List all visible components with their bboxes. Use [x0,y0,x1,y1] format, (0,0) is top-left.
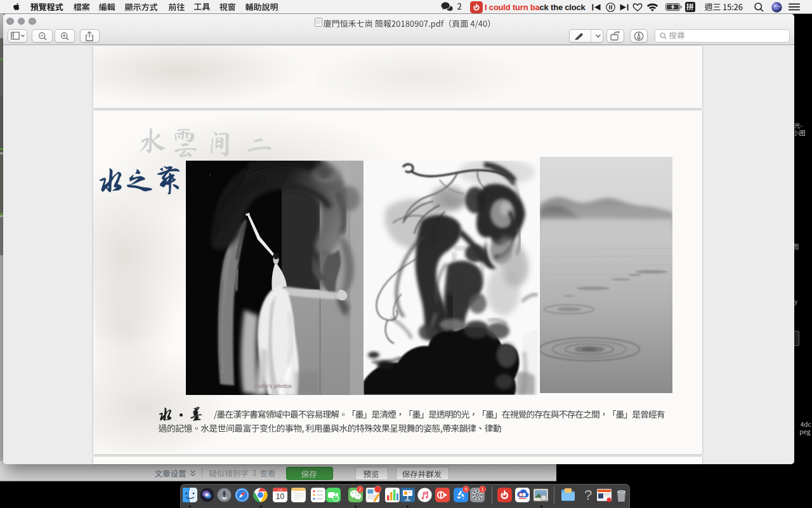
svg-text:?: ? [584,488,592,502]
svg-text:10: 10 [276,492,285,501]
svg-text:oodle's photos: oodle's photos [254,383,292,389]
svg-text:十月: 十月 [277,488,283,491]
